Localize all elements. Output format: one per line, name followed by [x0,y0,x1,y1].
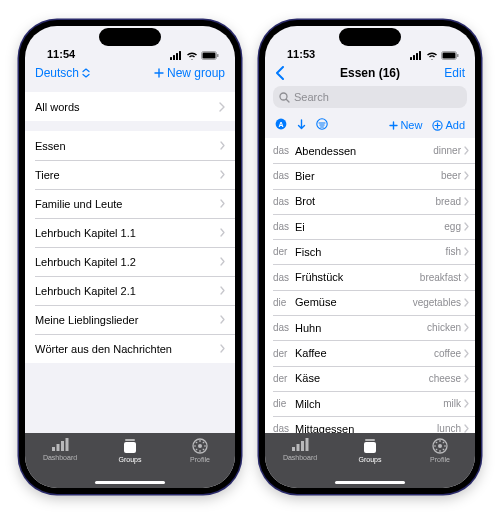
word-row[interactable]: dasFrühstückbreakfast [265,264,475,289]
word-term: Käse [295,372,429,384]
word-translation: bread [435,196,461,207]
svg-rect-7 [52,447,55,451]
chevron-right-icon [464,171,469,180]
word-term: Mittagessen [295,423,437,433]
signal-icon [410,51,423,60]
svg-rect-2 [176,53,178,60]
chevron-right-icon [464,424,469,433]
svg-rect-6 [217,54,218,57]
word-row[interactable]: dasAbendessendinner [265,138,475,163]
word-row[interactable]: derKäsecheese [265,366,475,391]
chevron-right-icon [220,170,225,179]
chevron-right-icon [464,323,469,332]
chevron-left-icon [275,66,284,80]
back-button[interactable] [275,66,315,80]
status-time: 11:54 [47,48,75,60]
tab-label: Profile [190,456,210,463]
group-row[interactable]: Familie und Leute [25,189,235,218]
tab-profile[interactable]: Profile [410,438,470,463]
svg-rect-5 [203,53,216,59]
word-article: das [273,423,295,433]
svg-rect-29 [301,441,304,451]
language-label: Deutsch [35,66,79,80]
group-row[interactable]: Meine Lieblingslieder [25,305,235,334]
word-article: der [273,373,295,384]
tab-dashboard[interactable]: Dashboard [30,438,90,461]
word-row[interactable]: dieMilchmilk [265,391,475,416]
chevron-right-icon [464,247,469,256]
word-row[interactable]: dasBrotbread [265,189,475,214]
group-row[interactable]: Essen [25,131,235,160]
sort-alpha-button[interactable]: A [275,118,287,132]
chevron-right-icon [220,315,225,324]
word-translation: milk [443,398,461,409]
tab-bar: Dashboard Groups Profile [25,433,235,488]
tab-profile[interactable]: Profile [170,438,230,463]
tab-label: Groups [359,456,382,463]
svg-rect-1 [173,55,175,60]
tab-groups[interactable]: Groups [100,438,160,463]
word-row[interactable]: dieGemüsevegetables [265,290,475,315]
group-row[interactable]: Wörter aus den Nachrichten [25,334,235,363]
svg-rect-20 [443,53,456,59]
svg-rect-11 [125,439,135,441]
svg-point-25 [317,119,327,129]
group-row[interactable]: Lehrbuch Kapitel 1.2 [25,247,235,276]
groups-icon [122,438,138,454]
new-label: New [400,119,422,131]
updown-icon [82,68,90,78]
signal-icon [170,51,183,60]
new-word-button[interactable]: New [389,119,422,131]
word-term: Kaffee [295,347,434,359]
edit-label: Edit [444,66,465,80]
phone-left: 11:54 Deutsch New group All [19,20,241,494]
status-time: 11:53 [287,48,315,60]
group-row[interactable]: Lehrbuch Kapitel 1.1 [25,218,235,247]
svg-rect-31 [365,439,375,441]
tab-bar: Dashboard Groups Profile [265,433,475,488]
group-row[interactable]: Lehrbuch Kapitel 2.1 [25,276,235,305]
language-selector[interactable]: Deutsch [35,66,90,80]
word-term: Huhn [295,322,427,334]
word-row[interactable]: dasMittagessenlunch [265,416,475,433]
word-translation: lunch [437,423,461,433]
chevron-right-icon [464,399,469,408]
new-group-label: New group [167,66,225,80]
word-article: das [273,145,295,156]
nav-bar: Essen (16) Edit [265,62,475,86]
dynamic-island [339,28,401,46]
word-row[interactable]: dasBierbeer [265,163,475,188]
word-article: das [273,170,295,181]
word-term: Fisch [295,246,445,258]
word-article: das [273,196,295,207]
word-row[interactable]: derFischfish [265,239,475,264]
add-word-button[interactable]: Add [432,119,465,131]
nav-bar: Deutsch New group [25,62,235,86]
word-translation: beer [441,170,461,181]
tab-dashboard[interactable]: Dashboard [270,438,330,461]
tab-label: Dashboard [43,454,77,461]
word-translation: coffee [434,348,461,359]
new-group-button[interactable]: New group [154,66,225,80]
dynamic-island [99,28,161,46]
edit-button[interactable]: Edit [425,66,465,80]
word-row[interactable]: dasEiegg [265,214,475,239]
wifi-icon [426,51,438,60]
search-icon [279,92,290,103]
tab-groups[interactable]: Groups [340,438,400,463]
word-translation: cheese [429,373,461,384]
svg-point-14 [198,444,202,448]
chevron-right-icon [220,141,225,150]
home-indicator [95,481,165,484]
search-input[interactable]: Search [273,86,467,108]
group-row[interactable]: Tiere [25,160,235,189]
filter-button[interactable] [316,118,328,132]
all-words-row[interactable]: All words [25,92,235,121]
chevron-right-icon [464,222,469,231]
sort-asc-button[interactable] [297,119,306,132]
word-row[interactable]: dasHuhnchicken [265,315,475,340]
arrow-down-icon [297,119,306,130]
word-row[interactable]: derKaffeecoffee [265,340,475,365]
dashboard-icon [291,438,309,452]
word-translation: fish [445,246,461,257]
